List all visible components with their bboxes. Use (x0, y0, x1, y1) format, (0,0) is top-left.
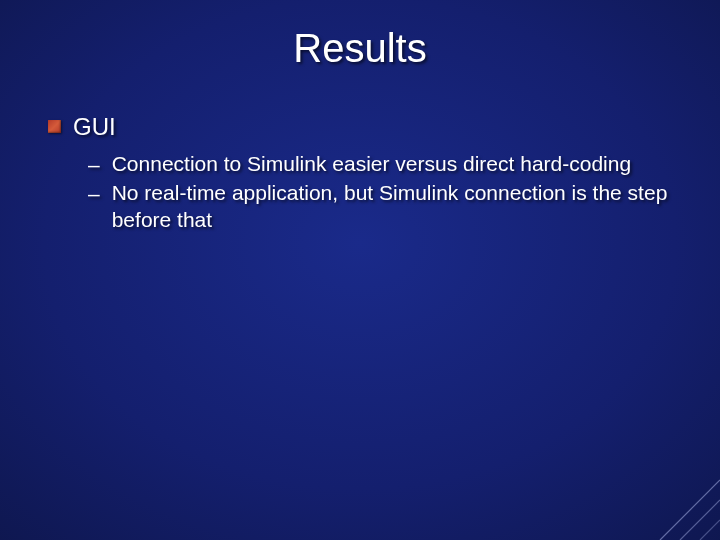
dash-icon: – (88, 151, 100, 178)
bullet-level1: GUI (48, 113, 672, 141)
bullet-level2: – Connection to Simulink easier versus d… (48, 151, 672, 178)
bullet-level2-text: Connection to Simulink easier versus dir… (112, 151, 631, 178)
slide-title: Results (0, 0, 720, 71)
dash-icon: – (88, 180, 100, 207)
decorative-corner-lines-icon (600, 420, 720, 540)
bullet-level2-text: No real-time application, but Simulink c… (112, 180, 672, 234)
square-bullet-icon (48, 120, 61, 133)
slide-body: GUI – Connection to Simulink easier vers… (0, 71, 720, 234)
bullet-level2: – No real-time application, but Simulink… (48, 180, 672, 234)
svg-line-2 (700, 520, 720, 540)
svg-line-1 (680, 500, 720, 540)
svg-line-0 (660, 480, 720, 540)
bullet-level1-text: GUI (73, 113, 116, 141)
